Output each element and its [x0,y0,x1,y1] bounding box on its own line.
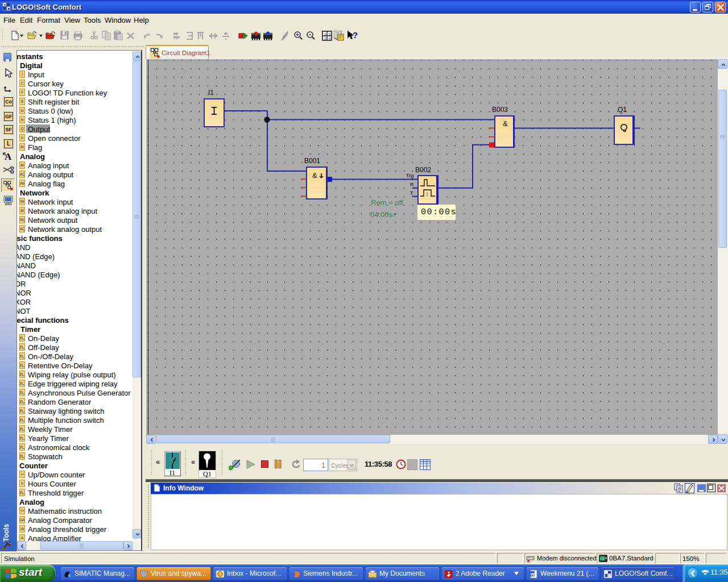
svg-text:7: 7 [601,557,603,561]
svg-text:W: W [531,572,535,577]
svg-text:?: ? [353,30,358,40]
